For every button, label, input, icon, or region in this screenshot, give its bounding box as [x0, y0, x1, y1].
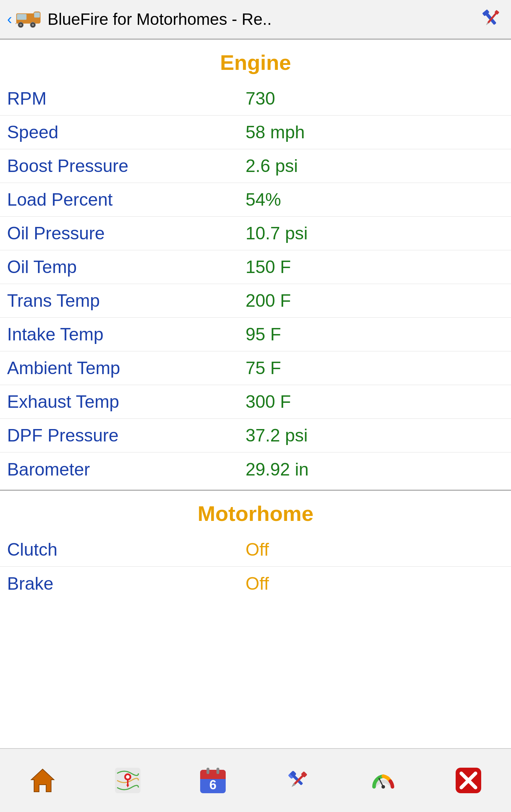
motorhome-section-title: Motorhome: [0, 491, 511, 533]
svg-rect-3: [34, 12, 40, 17]
rpm-row: RPM 730: [0, 82, 511, 116]
barometer-label: Barometer: [7, 459, 246, 480]
svg-point-5: [20, 24, 22, 26]
tab-home[interactable]: [0, 749, 85, 812]
map-icon: [112, 764, 144, 796]
app-header: ‹ BlueFire for Motorhomes - Re..: [0, 0, 511, 39]
svg-rect-2: [17, 14, 27, 20]
data-content: Engine RPM 730 Speed 58 mph Boost Pressu…: [0, 40, 511, 600]
tab-map[interactable]: [85, 749, 170, 812]
exhaust-temp-label: Exhaust Temp: [7, 391, 246, 412]
load-percent-row: Load Percent 54%: [0, 183, 511, 217]
svg-point-7: [32, 24, 34, 26]
speed-label: Speed: [7, 122, 246, 143]
svg-rect-23: [207, 768, 209, 774]
svg-marker-14: [31, 769, 54, 792]
home-icon: [27, 764, 59, 796]
clutch-row: Clutch Off: [0, 533, 511, 567]
intake-temp-label: Intake Temp: [7, 324, 246, 345]
brake-label: Brake: [7, 573, 246, 594]
load-percent-label: Load Percent: [7, 189, 246, 210]
tab-tools[interactable]: [256, 749, 341, 812]
back-button[interactable]: ‹: [7, 12, 12, 27]
dpf-pressure-row: DPF Pressure 37.2 psi: [0, 419, 511, 452]
intake-temp-value: 95 F: [246, 324, 281, 345]
settings-icon[interactable]: [478, 6, 504, 32]
dpf-pressure-label: DPF Pressure: [7, 425, 246, 446]
barometer-value: 29.92 in: [246, 459, 309, 480]
rpm-value: 730: [246, 88, 275, 109]
engine-section-title: Engine: [0, 40, 511, 82]
gauge-icon: [367, 764, 399, 796]
calendar-icon: 6: [197, 764, 229, 796]
svg-point-33: [381, 785, 385, 789]
oil-pressure-row: Oil Pressure 10.7 psi: [0, 217, 511, 250]
svg-rect-24: [216, 768, 219, 774]
speed-value: 58 mph: [246, 122, 305, 143]
brake-row: Brake Off: [0, 567, 511, 600]
clutch-label: Clutch: [7, 539, 246, 560]
svg-text:6: 6: [209, 778, 216, 792]
boost-pressure-label: Boost Pressure: [7, 156, 246, 176]
tab-bar: 6: [0, 748, 511, 812]
oil-pressure-value: 10.7 psi: [246, 223, 308, 244]
brake-value: Off: [246, 573, 269, 594]
oil-temp-row: Oil Temp 150 F: [0, 250, 511, 284]
ambient-temp-row: Ambient Temp 75 F: [0, 351, 511, 385]
intake-temp-row: Intake Temp 95 F: [0, 318, 511, 351]
boost-pressure-row: Boost Pressure 2.6 psi: [0, 149, 511, 183]
boost-pressure-value: 2.6 psi: [246, 156, 298, 176]
clutch-value: Off: [246, 539, 269, 560]
barometer-row: Barometer 29.92 in: [0, 452, 511, 486]
load-percent-value: 54%: [246, 189, 281, 210]
ambient-temp-label: Ambient Temp: [7, 358, 246, 378]
app-logo-icon: [16, 6, 41, 32]
speed-row: Speed 58 mph: [0, 116, 511, 149]
oil-temp-label: Oil Temp: [7, 257, 246, 277]
exhaust-temp-row: Exhaust Temp 300 F: [0, 385, 511, 419]
dpf-pressure-value: 37.2 psi: [246, 425, 308, 446]
oil-pressure-label: Oil Pressure: [7, 223, 246, 244]
close-icon: [452, 764, 484, 796]
tab-close[interactable]: [426, 749, 511, 812]
rpm-label: RPM: [7, 88, 246, 109]
oil-temp-value: 150 F: [246, 257, 291, 277]
tab-calendar[interactable]: 6: [170, 749, 256, 812]
motorhome-section: Motorhome Clutch Off Brake Off: [0, 491, 511, 600]
trans-temp-row: Trans Temp 200 F: [0, 284, 511, 318]
trans-temp-label: Trans Temp: [7, 290, 246, 311]
tab-gauge[interactable]: [341, 749, 426, 812]
svg-point-17: [126, 775, 130, 779]
trans-temp-value: 200 F: [246, 290, 291, 311]
header-title: BlueFire for Motorhomes - Re..: [48, 10, 478, 29]
tools-icon: [282, 764, 314, 796]
engine-section: Engine RPM 730 Speed 58 mph Boost Pressu…: [0, 40, 511, 486]
main-content: Engine RPM 730 Speed 58 mph Boost Pressu…: [0, 40, 511, 749]
exhaust-temp-value: 300 F: [246, 391, 291, 412]
ambient-temp-value: 75 F: [246, 358, 281, 378]
